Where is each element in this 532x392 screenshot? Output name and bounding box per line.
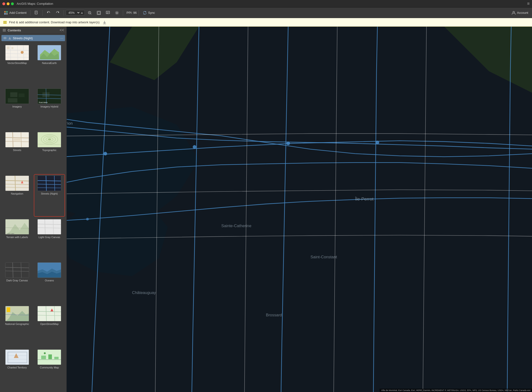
basemap-image-naturalearth	[38, 45, 61, 60]
fit-page-button[interactable]	[95, 10, 103, 16]
map-attribution: Ville de Montréal, Esri Canada, Esri, HE…	[380, 389, 532, 392]
svg-point-133	[286, 142, 290, 145]
layer-item[interactable]: Streets (Night) ···	[1, 35, 65, 41]
basemap-item-streets[interactable]: Streets	[2, 131, 32, 173]
basemap-item-imageryhybrid[interactable]: Road labels Imagery Hybrid	[34, 88, 65, 129]
basemap-image-streets	[5, 132, 29, 147]
main-area: Contents << Streets (Night) ···	[0, 27, 532, 392]
basemap-item-charted[interactable]: Charted Territory	[2, 348, 32, 390]
undo-button[interactable]	[45, 10, 53, 16]
banner-text: Find & add additional content. Download …	[9, 20, 100, 24]
add-content-button[interactable]: + Add Content	[2, 10, 28, 16]
basemap-item-darkgray[interactable]: Dark Gray Canvas	[2, 261, 32, 303]
svg-rect-17	[98, 12, 100, 14]
svg-rect-28	[3, 21, 7, 22]
basemap-item-imagery[interactable]: Imagery	[2, 88, 32, 129]
basemap-thumb-imagery	[5, 88, 29, 104]
svg-text:Sainte-Catherine: Sainte-Catherine	[221, 224, 251, 228]
text-button[interactable]	[104, 10, 112, 16]
toolbar-separator-2	[42, 10, 43, 16]
menu-icon[interactable]: ≡	[527, 1, 530, 6]
zoom-stepper-icon	[81, 12, 83, 14]
sync-button[interactable]: Sync	[141, 10, 157, 16]
basemap-item-terrain[interactable]: Label Label Terrain with Labels	[2, 218, 32, 260]
svg-rect-27	[3, 22, 7, 23]
basemap-thumb-darkgray	[5, 262, 29, 278]
download-layer-icon	[8, 36, 11, 40]
svg-rect-5	[35, 11, 37, 14]
svg-text:Vaudreuil-Dorion: Vaudreuil-Dorion	[67, 121, 73, 126]
basemap-thumb-naturalearth	[37, 45, 61, 60]
svg-text:+: +	[6, 13, 7, 15]
basemap-item-openstreet[interactable]: OpenStreetMap	[34, 305, 65, 347]
svg-rect-16	[97, 11, 100, 14]
basemap-image-lightgray	[38, 219, 61, 234]
close-button[interactable]	[2, 2, 5, 5]
basemap-label-openstreet: OpenStreetMap	[40, 322, 59, 326]
basemap-label-charted: Charted Territory	[7, 366, 27, 369]
zoom-select[interactable]: 45% 50% 75% 100%	[67, 11, 80, 15]
basemap-item-navigation[interactable]: Navigation	[2, 175, 32, 216]
zoom-control[interactable]: 45% 50% 75% 100%	[66, 10, 85, 15]
svg-marker-11	[81, 12, 83, 14]
svg-rect-116	[41, 356, 46, 359]
basemap-thumb-communitymap	[37, 349, 61, 365]
basemap-image-imagery	[5, 89, 29, 104]
document-button[interactable]	[32, 10, 40, 16]
app-title: ArcGIS Maps: Compilation	[17, 2, 53, 5]
basemap-item-lightgray[interactable]: Light Gray Canvas	[34, 218, 65, 260]
layer-name: Streets (Night)	[13, 36, 59, 40]
sync-label: Sync	[148, 11, 155, 15]
maximize-button[interactable]	[11, 2, 14, 5]
svg-point-34	[5, 38, 5, 39]
minimize-button[interactable]	[7, 2, 10, 5]
basemap-item-topographic[interactable]: Topographic	[34, 131, 65, 173]
svg-marker-9	[47, 12, 49, 13]
text-icon	[106, 11, 110, 15]
basemap-thumb-natgeo	[5, 306, 29, 321]
redo-button[interactable]	[54, 10, 62, 16]
basemap-image-topographic	[38, 132, 61, 147]
basemap-image-navigation	[5, 176, 29, 191]
layer-icons: ···	[60, 36, 63, 40]
svg-rect-29	[103, 24, 106, 24]
svg-line-60	[5, 137, 29, 138]
contents-icon	[2, 28, 6, 32]
svg-rect-77	[38, 176, 61, 191]
basemap-item-communitymap[interactable]: Community Map	[34, 348, 65, 390]
basemap-thumb-imageryhybrid: Road labels	[37, 88, 61, 104]
basemap-image-vectorstreetmap	[5, 45, 29, 60]
toolbar: + Add Content 45% 50% 75%	[0, 8, 532, 18]
basemap-item-vectorstreetmap[interactable]: VectorStreetMap	[2, 44, 32, 86]
sidebar: Contents << Streets (Night) ···	[0, 27, 67, 392]
svg-rect-50	[10, 92, 17, 97]
basemap-label-vectorstreetmap: VectorStreetMap	[7, 61, 27, 65]
basemap-item-streetsnight[interactable]: Streets (Night)	[34, 175, 65, 216]
account-button[interactable]: Account	[510, 10, 530, 16]
basemap-item-natgeo[interactable]: National Geographic	[2, 305, 32, 347]
basemap-item-oceans[interactable]: Oceans	[34, 261, 65, 303]
zoom-in-button[interactable]	[86, 10, 94, 16]
map-area[interactable]: Montréal Côte-St-Luc Côte-des-Neiges Pla…	[67, 27, 532, 392]
layer-menu-icon[interactable]: ···	[60, 36, 63, 40]
svg-rect-87	[38, 219, 61, 235]
svg-rect-64	[14, 138, 20, 141]
svg-point-134	[376, 141, 379, 144]
svg-point-45	[21, 51, 24, 54]
collapse-sidebar-button[interactable]: <<	[60, 28, 64, 32]
titlebar: ArcGIS Maps: Compilation ≡	[0, 0, 532, 8]
basemap-thumb-openstreet	[37, 306, 61, 321]
basemap-label-oceans: Oceans	[45, 279, 54, 282]
basemap-item-naturalearth[interactable]: NaturalEarth	[34, 44, 65, 86]
svg-text:Châteauguay: Châteauguay	[132, 290, 156, 295]
basemap-label-navigation: Navigation	[11, 192, 23, 195]
svg-rect-0	[4, 11, 6, 12]
toolbar-separator-1	[30, 10, 30, 16]
basemap-thumb-topographic	[37, 132, 61, 147]
basemap-label-terrain: Terrain with Labels	[6, 235, 28, 239]
svg-rect-118	[54, 357, 59, 359]
settings-button[interactable]	[113, 10, 121, 16]
basemap-image-streetsnight	[38, 176, 61, 191]
basemap-label-streets: Streets	[13, 148, 21, 152]
account-label: Account	[517, 11, 528, 15]
